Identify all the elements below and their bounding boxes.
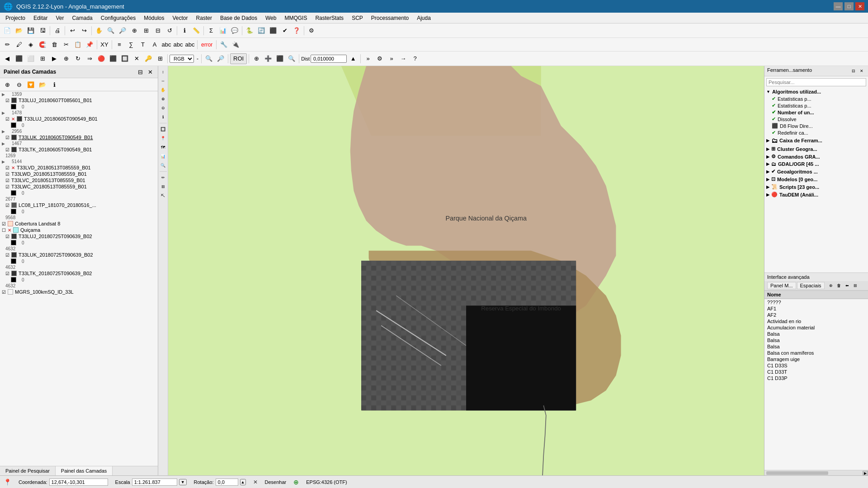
rp2-btn3[interactable]: ⬅: [844, 282, 851, 289]
map-canvas[interactable]: Parque Nacional da Qiçama Reserva Especi…: [158, 66, 764, 475]
name-item[interactable]: Barragem uige: [764, 356, 868, 362]
label3-button[interactable]: abc: [161, 39, 172, 50]
name-item[interactable]: C1 D33S: [764, 362, 868, 369]
t3-btn10[interactable]: ⬛: [108, 53, 118, 64]
menu-editar[interactable]: Editar: [30, 14, 51, 22]
t3-extra1[interactable]: ⊕: [251, 53, 262, 64]
menu-ver[interactable]: Ver: [52, 14, 67, 22]
name-item[interactable]: Balsa: [764, 337, 868, 343]
delete-button[interactable]: 🗑: [49, 39, 60, 50]
group-modelos[interactable]: ▶ ⊡ Modelos [0 geo...: [764, 175, 868, 183]
menu-modulos[interactable]: Módulos: [140, 14, 168, 22]
digitize-button[interactable]: ✏: [2, 39, 13, 50]
menu-processamento[interactable]: Processamento: [368, 14, 412, 22]
paste-button[interactable]: 📌: [84, 39, 95, 50]
panel-close-button[interactable]: ✕: [146, 68, 154, 76]
list-item[interactable]: ▶ 1478: [0, 110, 158, 116]
copy-button[interactable]: 📋: [72, 39, 83, 50]
rp2-btn1[interactable]: ⊕: [827, 282, 835, 289]
rotation-input[interactable]: [216, 479, 238, 486]
name-item[interactable]: Balsa: [764, 343, 868, 350]
name-item[interactable]: ?????: [764, 299, 868, 305]
menu-projecto[interactable]: Projecto: [2, 14, 29, 22]
rp2-btn2[interactable]: 🗑: [835, 282, 843, 289]
extra-button[interactable]: ⚙: [306, 25, 317, 36]
algo-item-estadisticas2[interactable]: ✔ Estatísticas p...: [764, 102, 868, 109]
field-calc-button[interactable]: ∑: [126, 39, 137, 50]
coord-input[interactable]: [49, 479, 108, 486]
terminal-button[interactable]: ⬛: [268, 25, 278, 36]
layer-props-button[interactable]: ℹ: [49, 79, 60, 90]
label2-button[interactable]: A: [149, 39, 160, 50]
rp-close-button[interactable]: ✕: [858, 67, 865, 75]
plugin1-button[interactable]: 🔧: [218, 39, 229, 50]
list-item[interactable]: ☑ T33LTK_20180725T090639_B02: [0, 270, 158, 277]
open-button[interactable]: 📂: [14, 25, 24, 36]
scroll-right-button[interactable]: ▶: [863, 471, 868, 475]
dist-input[interactable]: [311, 55, 347, 63]
save-button[interactable]: 💾: [25, 25, 36, 36]
close-button[interactable]: ✕: [855, 2, 864, 10]
save-as-button[interactable]: 🖫: [37, 25, 48, 36]
t3-btn4[interactable]: ⊞: [37, 53, 48, 64]
maximize-button[interactable]: □: [844, 2, 854, 10]
lt-btn5[interactable]: ⊖: [159, 104, 167, 112]
chat-button[interactable]: 💬: [229, 25, 240, 36]
espaciais-tab[interactable]: Espaciais: [797, 282, 825, 289]
name-item[interactable]: Balsa: [764, 331, 868, 337]
list-item[interactable]: ▶ 1467: [0, 141, 158, 146]
lt-btn1[interactable]: ↕: [159, 68, 167, 76]
rgb-select[interactable]: RGB: [170, 55, 194, 63]
sum-button[interactable]: Σ: [206, 25, 217, 36]
list-item[interactable]: ☑ T33LUK_20180725T090639_B02: [0, 252, 158, 258]
t3-btn6[interactable]: ⊕: [61, 53, 71, 64]
name-item[interactable]: C1 D33P: [764, 375, 868, 381]
menu-web[interactable]: Web: [262, 14, 280, 22]
menu-mmqgis[interactable]: MMQGIS: [281, 14, 311, 22]
remove-layer-button[interactable]: ⊖: [14, 79, 24, 90]
minimize-button[interactable]: —: [834, 2, 843, 10]
menu-ajuda[interactable]: Ajuda: [413, 14, 434, 22]
rp2-btn4[interactable]: ⊞: [852, 282, 859, 289]
lt-btn14[interactable]: ⛏: [159, 192, 167, 200]
algo-item-estadisticas1[interactable]: ✔ Estatísticas p...: [764, 95, 868, 102]
refresh2-button[interactable]: 🔄: [256, 25, 267, 36]
lt-btn11[interactable]: 🔍: [159, 161, 167, 169]
list-item[interactable]: ▶ 2956: [0, 128, 158, 134]
algo-item-dissolve[interactable]: ✔ Dissolve: [764, 116, 868, 122]
name-item[interactable]: C1 D33T: [764, 369, 868, 375]
scale-input[interactable]: [132, 479, 177, 486]
zoom-select-button[interactable]: ⊟: [152, 25, 163, 36]
python-button[interactable]: 🐍: [244, 25, 255, 36]
name-item[interactable]: Acumulacion material: [764, 324, 868, 331]
pan-button[interactable]: ✋: [94, 25, 104, 36]
list-item[interactable]: ☑ T33LWD_20180513T085559_B01: [0, 171, 158, 177]
horizontal-scrollbar[interactable]: ▶: [764, 470, 868, 475]
t3-arrow[interactable]: →: [398, 53, 409, 64]
t3-btn9[interactable]: 🔴: [96, 53, 107, 64]
lt-btn2[interactable]: ↔: [159, 77, 167, 85]
name-item[interactable]: Actividad en rio: [764, 318, 868, 324]
list-item[interactable]: ☑ T33LUJ_20180725T090639_B02: [0, 233, 158, 239]
plugin2-button[interactable]: 🔌: [230, 39, 241, 50]
menu-scp[interactable]: SCP: [348, 14, 367, 22]
t3-extra3[interactable]: ⬛: [274, 53, 285, 64]
t3-dist-up[interactable]: ▲: [348, 53, 359, 64]
lt-btn7[interactable]: 🔲: [159, 125, 167, 133]
lt-btn12[interactable]: ✏: [159, 174, 167, 182]
group-caixa[interactable]: ▶ 🗂 Caixa de Ferram...: [764, 136, 868, 145]
t3-btn7[interactable]: ↻: [72, 53, 83, 64]
label5-button[interactable]: abc: [184, 39, 195, 50]
t3-extra2[interactable]: ➕: [263, 53, 274, 64]
lt-btn3[interactable]: ✋: [159, 86, 167, 94]
attr-table-button[interactable]: ≡: [114, 39, 125, 50]
t3-btn5[interactable]: ▶: [49, 53, 60, 64]
algorithms-used-group[interactable]: ▼ Algoritmos utilizad...: [764, 88, 868, 95]
node-button[interactable]: ◈: [25, 39, 36, 50]
lt-btn8[interactable]: 📍: [159, 134, 167, 142]
rotation-up[interactable]: ▲: [240, 479, 246, 485]
list-item[interactable]: ☑ T33LUJ_20180607T085601_B01: [0, 97, 158, 103]
t3-btn13[interactable]: 🔑: [143, 53, 154, 64]
group-cluster[interactable]: ▶ ⊞ Cluster Geogra...: [764, 145, 868, 153]
t3-extra4[interactable]: 🔍: [286, 53, 297, 64]
